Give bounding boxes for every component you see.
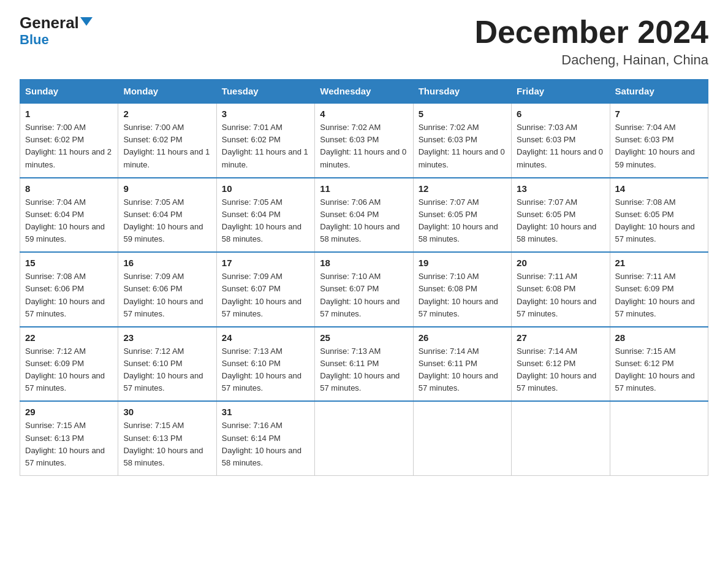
table-row: 12 Sunrise: 7:07 AMSunset: 6:05 PMDaylig…	[413, 178, 511, 253]
day-info: Sunrise: 7:13 AMSunset: 6:11 PMDaylight:…	[320, 347, 400, 393]
day-info: Sunrise: 7:08 AMSunset: 6:05 PMDaylight:…	[615, 197, 695, 243]
day-number: 1	[25, 109, 113, 119]
table-row: 20 Sunrise: 7:11 AMSunset: 6:08 PMDaylig…	[512, 252, 610, 327]
table-row: 11 Sunrise: 7:06 AMSunset: 6:04 PMDaylig…	[315, 178, 413, 253]
day-info: Sunrise: 7:10 AMSunset: 6:07 PMDaylight:…	[320, 272, 400, 318]
day-number: 16	[123, 258, 211, 268]
calendar-week-row: 22 Sunrise: 7:12 AMSunset: 6:09 PMDaylig…	[20, 327, 708, 402]
day-info: Sunrise: 7:15 AMSunset: 6:13 PMDaylight:…	[123, 421, 203, 467]
page-header: General Blue December 2024 Dacheng, Hain…	[20, 15, 708, 68]
calendar-week-row: 8 Sunrise: 7:04 AMSunset: 6:04 PMDayligh…	[20, 178, 708, 253]
day-number: 8	[25, 183, 113, 194]
day-number: 11	[320, 183, 408, 194]
day-info: Sunrise: 7:09 AMSunset: 6:07 PMDaylight:…	[222, 272, 301, 318]
table-row: 14 Sunrise: 7:08 AMSunset: 6:05 PMDaylig…	[610, 178, 708, 253]
day-info: Sunrise: 7:15 AMSunset: 6:13 PMDaylight:…	[25, 421, 105, 467]
table-row: 23 Sunrise: 7:12 AMSunset: 6:10 PMDaylig…	[118, 327, 216, 402]
day-info: Sunrise: 7:10 AMSunset: 6:08 PMDaylight:…	[419, 272, 498, 318]
day-number: 24	[222, 332, 309, 343]
day-number: 6	[517, 109, 604, 119]
day-info: Sunrise: 7:04 AMSunset: 6:04 PMDaylight:…	[25, 197, 105, 243]
logo: General Blue	[20, 15, 93, 48]
day-info: Sunrise: 7:03 AMSunset: 6:03 PMDaylight:…	[517, 123, 603, 169]
day-number: 12	[419, 183, 506, 194]
day-info: Sunrise: 7:14 AMSunset: 6:11 PMDaylight:…	[419, 347, 498, 393]
header-monday: Monday	[118, 80, 216, 104]
day-info: Sunrise: 7:11 AMSunset: 6:08 PMDaylight:…	[517, 272, 596, 318]
table-row: 3 Sunrise: 7:01 AMSunset: 6:02 PMDayligh…	[216, 103, 314, 178]
day-info: Sunrise: 7:00 AMSunset: 6:02 PMDaylight:…	[123, 123, 210, 169]
calendar-week-row: 15 Sunrise: 7:08 AMSunset: 6:06 PMDaylig…	[20, 252, 708, 327]
table-row: 6 Sunrise: 7:03 AMSunset: 6:03 PMDayligh…	[512, 103, 610, 178]
day-number: 17	[222, 258, 309, 268]
day-info: Sunrise: 7:02 AMSunset: 6:03 PMDaylight:…	[419, 123, 505, 169]
day-number: 28	[615, 332, 703, 343]
day-number: 26	[419, 332, 506, 343]
table-row: 13 Sunrise: 7:07 AMSunset: 6:05 PMDaylig…	[512, 178, 610, 253]
day-info: Sunrise: 7:09 AMSunset: 6:06 PMDaylight:…	[123, 272, 203, 318]
day-info: Sunrise: 7:14 AMSunset: 6:12 PMDaylight:…	[517, 347, 596, 393]
day-number: 23	[123, 332, 211, 343]
logo-general: General	[20, 15, 79, 31]
day-info: Sunrise: 7:08 AMSunset: 6:06 PMDaylight:…	[25, 272, 105, 318]
table-row: 2 Sunrise: 7:00 AMSunset: 6:02 PMDayligh…	[118, 103, 216, 178]
day-number: 5	[419, 109, 506, 119]
header-friday: Friday	[512, 80, 610, 104]
day-info: Sunrise: 7:15 AMSunset: 6:12 PMDaylight:…	[615, 347, 695, 393]
day-number: 4	[320, 109, 408, 119]
day-number: 31	[222, 407, 309, 417]
day-info: Sunrise: 7:01 AMSunset: 6:02 PMDaylight:…	[222, 123, 308, 169]
logo-triangle-icon	[80, 17, 93, 26]
table-row: 17 Sunrise: 7:09 AMSunset: 6:07 PMDaylig…	[216, 252, 314, 327]
table-row: 10 Sunrise: 7:05 AMSunset: 6:04 PMDaylig…	[216, 178, 314, 253]
day-number: 27	[517, 332, 604, 343]
day-number: 10	[222, 183, 309, 194]
table-row	[512, 401, 610, 475]
table-row: 22 Sunrise: 7:12 AMSunset: 6:09 PMDaylig…	[20, 327, 118, 402]
day-number: 18	[320, 258, 408, 268]
day-info: Sunrise: 7:06 AMSunset: 6:04 PMDaylight:…	[320, 197, 400, 243]
day-info: Sunrise: 7:12 AMSunset: 6:09 PMDaylight:…	[25, 347, 105, 393]
table-row: 1 Sunrise: 7:00 AMSunset: 6:02 PMDayligh…	[20, 103, 118, 178]
header-wednesday: Wednesday	[315, 80, 413, 104]
month-title: December 2024	[474, 15, 708, 50]
table-row: 30 Sunrise: 7:15 AMSunset: 6:13 PMDaylig…	[118, 401, 216, 475]
table-row: 15 Sunrise: 7:08 AMSunset: 6:06 PMDaylig…	[20, 252, 118, 327]
table-row: 16 Sunrise: 7:09 AMSunset: 6:06 PMDaylig…	[118, 252, 216, 327]
table-row: 25 Sunrise: 7:13 AMSunset: 6:11 PMDaylig…	[315, 327, 413, 402]
table-row	[413, 401, 511, 475]
table-row	[610, 401, 708, 475]
table-row	[315, 401, 413, 475]
day-number: 22	[25, 332, 113, 343]
day-number: 20	[517, 258, 604, 268]
calendar-table: Sunday Monday Tuesday Wednesday Thursday…	[20, 79, 708, 476]
logo-blue: Blue	[20, 32, 49, 48]
day-info: Sunrise: 7:11 AMSunset: 6:09 PMDaylight:…	[615, 272, 695, 318]
table-row: 27 Sunrise: 7:14 AMSunset: 6:12 PMDaylig…	[512, 327, 610, 402]
day-info: Sunrise: 7:12 AMSunset: 6:10 PMDaylight:…	[123, 347, 203, 393]
header-sunday: Sunday	[20, 80, 118, 104]
day-info: Sunrise: 7:04 AMSunset: 6:03 PMDaylight:…	[615, 123, 695, 169]
day-number: 29	[25, 407, 113, 417]
table-row: 21 Sunrise: 7:11 AMSunset: 6:09 PMDaylig…	[610, 252, 708, 327]
table-row: 4 Sunrise: 7:02 AMSunset: 6:03 PMDayligh…	[315, 103, 413, 178]
day-info: Sunrise: 7:16 AMSunset: 6:14 PMDaylight:…	[222, 421, 301, 467]
day-number: 2	[123, 109, 211, 119]
day-number: 3	[222, 109, 309, 119]
day-info: Sunrise: 7:07 AMSunset: 6:05 PMDaylight:…	[419, 197, 498, 243]
day-number: 9	[123, 183, 211, 194]
day-info: Sunrise: 7:07 AMSunset: 6:05 PMDaylight:…	[517, 197, 596, 243]
day-number: 30	[123, 407, 211, 417]
day-number: 14	[615, 183, 703, 194]
day-info: Sunrise: 7:00 AMSunset: 6:02 PMDaylight:…	[25, 123, 112, 169]
day-number: 7	[615, 109, 703, 119]
day-number: 15	[25, 258, 113, 268]
title-block: December 2024 Dacheng, Hainan, China	[474, 15, 708, 68]
calendar-week-row: 1 Sunrise: 7:00 AMSunset: 6:02 PMDayligh…	[20, 103, 708, 178]
table-row: 31 Sunrise: 7:16 AMSunset: 6:14 PMDaylig…	[216, 401, 314, 475]
table-row: 18 Sunrise: 7:10 AMSunset: 6:07 PMDaylig…	[315, 252, 413, 327]
day-number: 13	[517, 183, 604, 194]
header-tuesday: Tuesday	[216, 80, 314, 104]
calendar-week-row: 29 Sunrise: 7:15 AMSunset: 6:13 PMDaylig…	[20, 401, 708, 475]
day-info: Sunrise: 7:02 AMSunset: 6:03 PMDaylight:…	[320, 123, 406, 169]
